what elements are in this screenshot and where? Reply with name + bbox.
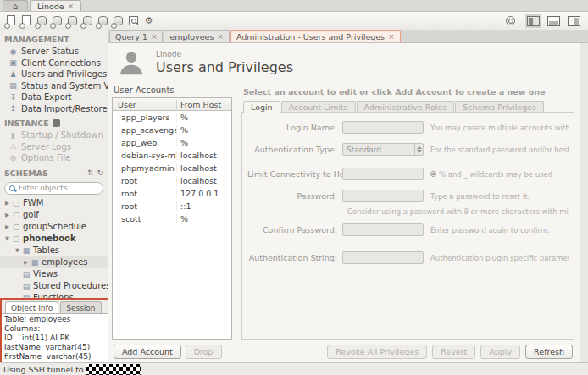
table-row[interactable]: rootlocalhost: [113, 174, 231, 187]
schemas-section-header: SCHEMAS⇅↻: [0, 164, 108, 179]
schema-filter-input[interactable]: [19, 184, 98, 192]
confirm-password-field: [342, 223, 424, 236]
login-name-label: Login Name:: [247, 123, 342, 132]
open-script-icon[interactable]: [20, 14, 33, 28]
dashboard-icon[interactable]: [506, 16, 515, 25]
column-header-from-host[interactable]: From Host: [177, 100, 231, 109]
server-status-icon[interactable]: [36, 14, 48, 28]
schema-item-golf[interactable]: ▢golf: [0, 209, 108, 221]
close-icon[interactable]: ×: [68, 3, 75, 10]
warning-icon: ⚠: [8, 142, 18, 151]
redacted-host: [86, 364, 141, 375]
sidebar-item-data-import[interactable]: ↥Data Import/Restore: [0, 103, 108, 115]
tab-object-info[interactable]: Object Info: [5, 301, 58, 313]
close-icon[interactable]: ×: [388, 33, 395, 41]
client-connections-icon: ▣: [8, 58, 18, 67]
auth-string-label: Authentication String:: [247, 253, 342, 262]
sidebar-item-client-connections[interactable]: ▣Client Connections: [0, 58, 108, 69]
data-export-icon[interactable]: [97, 14, 109, 28]
toggle-left-panel-icon[interactable]: [527, 16, 540, 26]
table-row[interactable]: phpmyadminlocalhost: [113, 162, 231, 174]
page-title: Users and Privileges: [156, 59, 293, 75]
table-row[interactable]: root127.0.0.1: [113, 187, 231, 200]
tab-login[interactable]: Login: [243, 101, 280, 113]
sidebar-item-users-and-privileges[interactable]: ♟Users and Privileges: [0, 69, 108, 80]
management-section-header: MANAGEMENT: [0, 30, 108, 46]
table-row[interactable]: scott%: [113, 212, 231, 225]
column-header-user[interactable]: User: [113, 100, 177, 109]
schema-item-groupschedule[interactable]: ▢groupSchedule: [0, 221, 108, 233]
object-info-content: Table: employeesColumns:ID int(11) AI PK…: [2, 313, 108, 362]
tree-item-employees[interactable]: ▦employees: [0, 256, 108, 268]
auth-type-select: Standard: [342, 143, 424, 156]
users-privileges-icon[interactable]: [66, 14, 79, 28]
tables-icon: ▦: [21, 246, 31, 255]
tab-session[interactable]: Session: [60, 301, 101, 313]
connection-tab-linode[interactable]: Linode ×: [30, 0, 81, 11]
auth-string-helper: Authentication plugin specific parameter…: [430, 254, 569, 262]
sidebar-item-server-status[interactable]: ◉Server Status: [0, 46, 108, 58]
hosts-matching-label: Limit Connectivity to Hosts Matching:: [247, 169, 342, 179]
tab-schema-privileges: Schema Privileges: [455, 101, 544, 113]
table-row[interactable]: root::1: [113, 200, 231, 212]
refresh-schemas-icon[interactable]: ↻: [97, 168, 103, 177]
document-tab-bar: Query 1× employees× Administration - Use…: [108, 30, 588, 43]
sidebar-item-status-system-variables[interactable]: ▤Status and System Variables: [0, 80, 108, 92]
variables-icon: ▤: [8, 81, 18, 90]
user-icon: [117, 48, 146, 77]
table-row[interactable]: app_web%: [113, 136, 231, 149]
tree-item-tables[interactable]: ▦Tables: [0, 245, 108, 256]
toggle-right-panel-icon[interactable]: [568, 16, 580, 26]
collapsed-right-panel[interactable]: [580, 43, 588, 362]
revoke-all-privileges-button: Revoke All Privileges: [327, 345, 427, 359]
hosts-matching-helper: % and _ wildcards may be used: [430, 170, 569, 179]
wrench-icon: ⚙: [8, 154, 18, 163]
tree-item-stored-procedures[interactable]: ▤Stored Procedures: [0, 280, 108, 292]
sidebar-item-data-export[interactable]: ↧Data Export: [0, 91, 108, 103]
new-query-icon[interactable]: [5, 14, 18, 28]
client-connections-icon[interactable]: [51, 14, 64, 28]
main-toolbar: ⚙: [0, 12, 588, 30]
auth-type-label: Authentication Type:: [247, 145, 342, 154]
inspector-icon[interactable]: [127, 14, 140, 28]
navigator-sidebar: MANAGEMENT ◉Server Status ▣Client Connec…: [0, 30, 108, 362]
close-icon[interactable]: ×: [151, 33, 158, 41]
main-area: Query 1× employees× Administration - Use…: [108, 30, 588, 362]
home-icon: ⌂: [13, 2, 18, 11]
tab-administration-users-privileges[interactable]: Administration - Users and Privileges×: [230, 30, 401, 42]
tab-employees[interactable]: employees×: [164, 30, 229, 42]
export-icon: ↧: [8, 93, 18, 102]
tab-query-1[interactable]: Query 1×: [109, 30, 163, 42]
confirm-password-label: Confirm Password:: [247, 225, 342, 234]
close-icon[interactable]: ×: [217, 33, 224, 41]
table-row[interactable]: app_players%: [113, 111, 231, 124]
add-account-button[interactable]: Add Account: [114, 345, 181, 359]
table-header: User From Host: [113, 98, 231, 111]
search-icon: [9, 185, 15, 191]
system-variables-icon[interactable]: [81, 14, 94, 28]
sidebar-item-startup-shutdown: ▮Startup / Shutdown: [0, 130, 108, 141]
users-icon: ♟: [8, 70, 18, 79]
info-icon: [430, 171, 436, 177]
server-status-icon: ◉: [8, 47, 18, 56]
home-tab[interactable]: ⌂: [3, 0, 28, 11]
connection-tab-label: Linode: [37, 2, 64, 11]
instance-section-header: INSTANCE: [0, 114, 108, 130]
user-accounts-table: User From Host app_players% app_scavenge…: [112, 97, 232, 340]
collapse-all-icon[interactable]: ⇅: [87, 168, 94, 177]
options-icon[interactable]: ⚙: [142, 14, 155, 28]
refresh-button[interactable]: Refresh: [525, 345, 573, 359]
data-import-icon[interactable]: [112, 14, 125, 28]
admin-page-header: Linode Users and Privileges: [108, 43, 580, 80]
table-row[interactable]: app_scavenger%: [113, 124, 231, 136]
tree-item-functions[interactable]: ▤Functions: [0, 292, 108, 299]
toggle-bottom-panel-icon[interactable]: [547, 16, 560, 26]
schema-item-phonebook[interactable]: ▢phonebook: [0, 233, 108, 245]
status-text: Using SSH tunnel to: [3, 365, 84, 374]
schema-item-fwm[interactable]: ▢FWM: [0, 197, 108, 209]
tree-item-views[interactable]: ▤Views: [0, 268, 108, 280]
connection-subtitle: Linode: [156, 50, 293, 58]
procedures-icon: ▤: [21, 282, 31, 290]
table-row[interactable]: debian-sys-maintlocalhost: [113, 149, 231, 162]
drop-button: Drop: [186, 345, 222, 359]
